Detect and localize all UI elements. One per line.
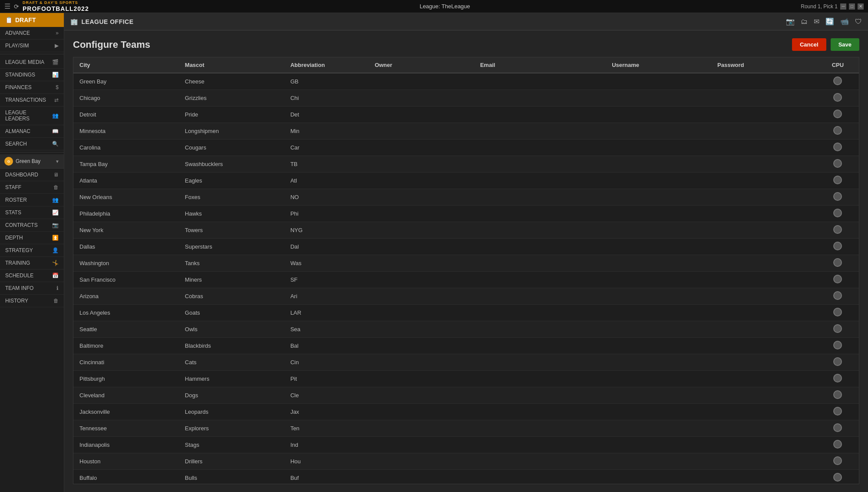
team-username-input[interactable] xyxy=(606,206,711,222)
team-cpu-toggle[interactable] xyxy=(817,404,859,420)
team-email-input[interactable] xyxy=(474,387,606,404)
cpu-toggle-button[interactable] xyxy=(833,407,842,416)
team-password-input[interactable] xyxy=(711,106,817,123)
team-cpu-toggle[interactable] xyxy=(817,73,859,90)
team-password-input[interactable] xyxy=(711,156,817,173)
sidebar-item-depth[interactable]: DEPTH ⏫ xyxy=(0,232,64,244)
team-owner-input[interactable] xyxy=(369,453,474,470)
sidebar-item-playsim[interactable]: PLAY/SIM ▶ xyxy=(0,40,64,52)
table-row[interactable]: Philadelphia Hawks Phi xyxy=(73,206,859,222)
team-username-input[interactable] xyxy=(606,156,711,173)
team-email-input[interactable] xyxy=(474,404,606,420)
team-cpu-toggle[interactable] xyxy=(817,156,859,173)
table-row[interactable]: Baltimore Blackbirds Bal xyxy=(73,338,859,354)
team-username-input[interactable] xyxy=(606,404,711,420)
team-username-input[interactable] xyxy=(606,222,711,239)
maximize-button[interactable]: □ xyxy=(849,3,855,10)
team-owner-input[interactable] xyxy=(369,123,474,140)
cpu-toggle-button[interactable] xyxy=(833,275,842,283)
cpu-toggle-button[interactable] xyxy=(833,473,842,482)
table-row[interactable]: Seattle Owls Sea xyxy=(73,321,859,338)
team-owner-input[interactable] xyxy=(369,156,474,173)
team-password-input[interactable] xyxy=(711,338,817,354)
table-row[interactable]: Cincinnati Cats Cin xyxy=(73,354,859,371)
team-cpu-toggle[interactable] xyxy=(817,90,859,106)
team-owner-input[interactable] xyxy=(369,437,474,453)
team-email-input[interactable] xyxy=(474,354,606,371)
team-password-input[interactable] xyxy=(711,371,817,387)
sidebar-item-team-info[interactable]: TEAM INFO ℹ xyxy=(0,282,64,295)
cpu-toggle-button[interactable] xyxy=(833,143,842,151)
team-password-input[interactable] xyxy=(711,404,817,420)
sidebar-item-transactions[interactable]: TRANSACTIONS ⇄ xyxy=(0,94,64,106)
team-username-input[interactable] xyxy=(606,288,711,305)
team-password-input[interactable] xyxy=(711,173,817,189)
team-email-input[interactable] xyxy=(474,140,606,156)
team-username-input[interactable] xyxy=(606,437,711,453)
team-email-input[interactable] xyxy=(474,255,606,272)
team-password-input[interactable] xyxy=(711,255,817,272)
table-row[interactable]: Dallas Superstars Dal xyxy=(73,239,859,255)
sidebar-item-contracts[interactable]: CONTRACTS 📷 xyxy=(0,219,64,232)
team-email-input[interactable] xyxy=(474,173,606,189)
team-email-input[interactable] xyxy=(474,189,606,206)
team-email-input[interactable] xyxy=(474,222,606,239)
team-owner-input[interactable] xyxy=(369,420,474,437)
team-cpu-toggle[interactable] xyxy=(817,106,859,123)
cpu-toggle-button[interactable] xyxy=(833,374,842,382)
team-cpu-toggle[interactable] xyxy=(817,173,859,189)
sidebar-item-advance[interactable]: ADVANCE » xyxy=(0,27,64,40)
team-password-input[interactable] xyxy=(711,321,817,338)
team-username-input[interactable] xyxy=(606,255,711,272)
team-username-input[interactable] xyxy=(606,321,711,338)
team-cpu-toggle[interactable] xyxy=(817,321,859,338)
team-email-input[interactable] xyxy=(474,305,606,321)
table-row[interactable]: Buffalo Bulls Buf xyxy=(73,470,859,485)
team-owner-input[interactable] xyxy=(369,106,474,123)
team-cpu-toggle[interactable] xyxy=(817,437,859,453)
team-owner-input[interactable] xyxy=(369,239,474,255)
table-row[interactable]: New Orleans Foxes NO xyxy=(73,189,859,206)
team-password-input[interactable] xyxy=(711,305,817,321)
table-row[interactable]: Jacksonville Leopards Jax xyxy=(73,404,859,420)
team-username-input[interactable] xyxy=(606,387,711,404)
team-email-input[interactable] xyxy=(474,239,606,255)
team-username-input[interactable] xyxy=(606,453,711,470)
sync-icon[interactable]: 🔄 xyxy=(825,17,834,26)
cpu-toggle-button[interactable] xyxy=(833,357,842,366)
table-row[interactable]: Washington Tanks Was xyxy=(73,255,859,272)
sidebar-team-selector[interactable]: G Green Bay ▼ xyxy=(0,154,64,169)
table-row[interactable]: Atlanta Eagles Atl xyxy=(73,173,859,189)
sidebar-item-strategy[interactable]: STRATEGY 👤 xyxy=(0,244,64,257)
table-row[interactable]: New York Towers NYG xyxy=(73,222,859,239)
team-email-input[interactable] xyxy=(474,73,606,90)
team-username-input[interactable] xyxy=(606,140,711,156)
sidebar-item-staff[interactable]: STAFF 🗑 xyxy=(0,181,64,194)
sidebar-item-league-leaders[interactable]: LEAGUE LEADERS 👥 xyxy=(0,106,64,125)
team-cpu-toggle[interactable] xyxy=(817,272,859,288)
team-owner-input[interactable] xyxy=(369,470,474,485)
cpu-toggle-button[interactable] xyxy=(833,390,842,399)
team-owner-input[interactable] xyxy=(369,338,474,354)
table-row[interactable]: Houston Drillers Hou xyxy=(73,453,859,470)
sidebar-item-training[interactable]: TRAINING 🤸 xyxy=(0,257,64,269)
cpu-toggle-button[interactable] xyxy=(833,93,842,102)
team-owner-input[interactable] xyxy=(369,321,474,338)
team-username-input[interactable] xyxy=(606,123,711,140)
team-cpu-toggle[interactable] xyxy=(817,189,859,206)
cpu-toggle-button[interactable] xyxy=(833,176,842,184)
team-owner-input[interactable] xyxy=(369,305,474,321)
team-cpu-toggle[interactable] xyxy=(817,338,859,354)
team-username-input[interactable] xyxy=(606,272,711,288)
table-row[interactable]: Minnesota Longshipmen Min xyxy=(73,123,859,140)
cpu-toggle-button[interactable] xyxy=(833,159,842,168)
sidebar-item-history[interactable]: HISTORY 🗑 xyxy=(0,295,64,307)
team-password-input[interactable] xyxy=(711,437,817,453)
minimize-button[interactable]: ─ xyxy=(840,3,846,10)
team-username-input[interactable] xyxy=(606,305,711,321)
team-password-input[interactable] xyxy=(711,123,817,140)
team-username-input[interactable] xyxy=(606,354,711,371)
cpu-toggle-button[interactable] xyxy=(833,242,842,250)
cpu-toggle-button[interactable] xyxy=(833,192,842,201)
team-password-input[interactable] xyxy=(711,453,817,470)
